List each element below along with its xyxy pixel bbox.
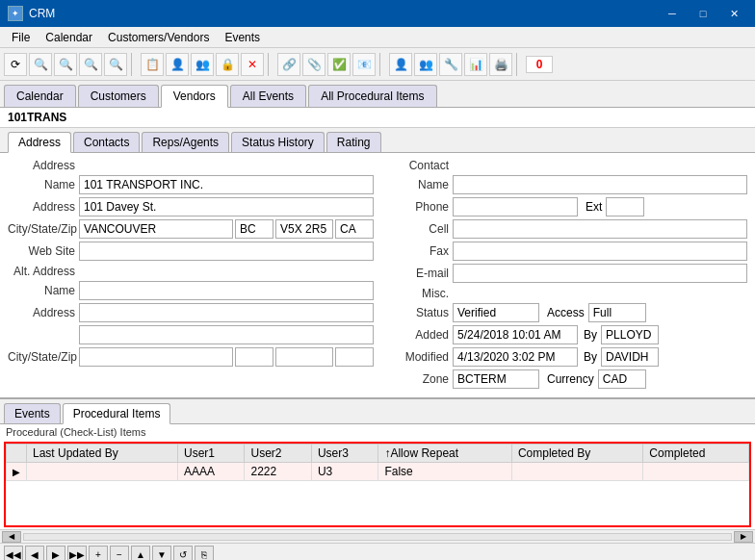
input-state[interactable]	[235, 219, 273, 239]
inner-tab-rating[interactable]: Rating	[326, 132, 381, 152]
label-added-by: By	[584, 328, 597, 342]
input-email[interactable]	[453, 264, 747, 283]
inner-tab-address[interactable]: Address	[8, 132, 71, 153]
label-status: Status	[381, 306, 449, 319]
input-added[interactable]	[453, 325, 578, 344]
close-button[interactable]: ✕	[720, 4, 747, 23]
table-section-label: Procedural (Check-List) Items	[0, 424, 755, 440]
toolbar-btn-4[interactable]: 🔍	[79, 53, 102, 76]
col-allow-repeat[interactable]: ↑Allow Repeat	[378, 445, 511, 463]
input-alt-name[interactable]	[79, 281, 374, 300]
col-user2[interactable]: User2	[245, 445, 311, 463]
toolbar-btn-1[interactable]: ⟳	[4, 53, 27, 76]
menu-events[interactable]: Events	[217, 29, 268, 46]
toolbar-btn-18[interactable]: 🖨️	[489, 53, 512, 76]
toolbar-btn-8[interactable]: 👥	[191, 53, 214, 76]
toolbar-btn-2[interactable]: 🔍	[29, 53, 52, 76]
scroll-left[interactable]: ◀	[2, 531, 21, 543]
tab-all-procedural-items[interactable]: All Procedural Items	[308, 85, 436, 107]
menu-customers-vendors[interactable]: Customers/Vendors	[100, 29, 217, 46]
input-zip[interactable]	[275, 219, 333, 239]
input-modified[interactable]	[453, 347, 578, 367]
nav-first[interactable]: ◀◀	[4, 546, 23, 560]
input-city[interactable]	[79, 219, 233, 239]
toolbar-btn-3[interactable]: 🔍	[54, 53, 77, 76]
col-completed[interactable]: Completed	[643, 445, 749, 463]
menu-calendar[interactable]: Calendar	[38, 29, 100, 46]
toolbar-btn-7[interactable]: 👤	[166, 53, 189, 76]
input-fax[interactable]	[453, 242, 747, 261]
toolbar-btn-9[interactable]: 🔒	[216, 53, 239, 76]
input-alt-address2[interactable]	[79, 325, 374, 344]
bottom-tab-events[interactable]: Events	[4, 403, 61, 423]
minimize-button[interactable]: ─	[659, 4, 686, 23]
toolbar-btn-15[interactable]: 👥	[414, 53, 437, 76]
tab-customers[interactable]: Customers	[78, 85, 159, 107]
input-alt-country[interactable]	[335, 347, 374, 367]
input-alt-city[interactable]	[79, 347, 233, 367]
table-row[interactable]: ▶ AAAA 2222 U3 False	[7, 463, 749, 481]
toolbar-btn-11[interactable]: 📎	[302, 53, 325, 76]
toolbar-btn-6[interactable]: 📋	[141, 53, 164, 76]
nav-copy[interactable]: ⎘	[195, 546, 214, 560]
tab-vendors[interactable]: Vendors	[161, 85, 228, 108]
inner-tab-contacts[interactable]: Contacts	[73, 132, 140, 152]
label-cell: Cell	[381, 222, 449, 236]
sep-1	[131, 53, 137, 76]
nav-delete[interactable]: −	[110, 546, 129, 560]
input-ext[interactable]	[606, 197, 644, 216]
input-country[interactable]	[335, 219, 374, 239]
input-status[interactable]	[453, 303, 539, 322]
table-area: Last Updated By User1 User2 User3 ↑Allow…	[4, 442, 751, 527]
col-completed-by[interactable]: Completed By	[511, 445, 642, 463]
col-user3[interactable]: User3	[311, 445, 378, 463]
inner-tab-reps-agents[interactable]: Reps/Agents	[142, 132, 229, 152]
nav-last[interactable]: ▶▶	[67, 546, 87, 560]
nav-up[interactable]: ▲	[131, 546, 150, 560]
nav-prev[interactable]: ◀	[25, 546, 44, 560]
input-access[interactable]	[588, 303, 646, 322]
nav-add[interactable]: +	[89, 546, 108, 560]
toolbar-btn-16[interactable]: 🔧	[439, 53, 462, 76]
inner-tab-status-history[interactable]: Status History	[231, 132, 325, 152]
cell-allow-repeat: False	[378, 463, 511, 481]
input-zone[interactable]	[453, 369, 539, 389]
input-added-by[interactable]	[601, 325, 659, 344]
sep-3	[379, 53, 385, 76]
nav-refresh[interactable]: ↺	[173, 546, 193, 560]
toolbar-btn-delete[interactable]: ✕	[241, 53, 264, 76]
restore-button[interactable]: □	[690, 4, 716, 23]
procedural-table: Last Updated By User1 User2 User3 ↑Allow…	[6, 444, 749, 481]
title-bar: ✦ CRM ─ □ ✕	[0, 0, 755, 27]
input-name[interactable]	[79, 175, 374, 194]
label-city-state-zip: City/State/Zip	[8, 222, 77, 236]
col-last-updated-by[interactable]: Last Updated By	[27, 445, 178, 463]
label-misc: Misc.	[381, 287, 449, 300]
toolbar-btn-17[interactable]: 📊	[464, 53, 487, 76]
input-cell[interactable]	[453, 219, 747, 239]
col-user1[interactable]: User1	[178, 445, 245, 463]
nav-next[interactable]: ▶	[46, 546, 65, 560]
toolbar-btn-10[interactable]: 🔗	[277, 53, 300, 76]
input-currency[interactable]	[598, 369, 646, 389]
bottom-tab-procedural-items[interactable]: Procedural Items	[63, 403, 171, 424]
scroll-right[interactable]: ▶	[734, 531, 753, 543]
input-phone[interactable]	[453, 197, 578, 216]
nav-down[interactable]: ▼	[152, 546, 171, 560]
toolbar-btn-12[interactable]: ✅	[327, 53, 351, 76]
toolbar-btn-5[interactable]: 🔍	[104, 53, 127, 76]
input-alt-address[interactable]	[79, 303, 374, 322]
input-contact-name[interactable]	[453, 175, 747, 194]
tab-calendar[interactable]: Calendar	[4, 85, 76, 107]
menu-file[interactable]: File	[4, 29, 38, 46]
cell-completed-by	[511, 463, 642, 481]
input-alt-zip[interactable]	[275, 347, 333, 367]
toolbar-btn-13[interactable]: 📧	[352, 53, 376, 76]
tab-all-events[interactable]: All Events	[230, 85, 306, 107]
input-alt-state[interactable]	[235, 347, 273, 367]
input-address[interactable]	[79, 197, 374, 216]
input-modified-by[interactable]	[601, 347, 659, 367]
input-website[interactable]	[79, 242, 374, 261]
label-currency: Currency	[547, 372, 594, 386]
toolbar-btn-14[interactable]: 👤	[389, 53, 412, 76]
